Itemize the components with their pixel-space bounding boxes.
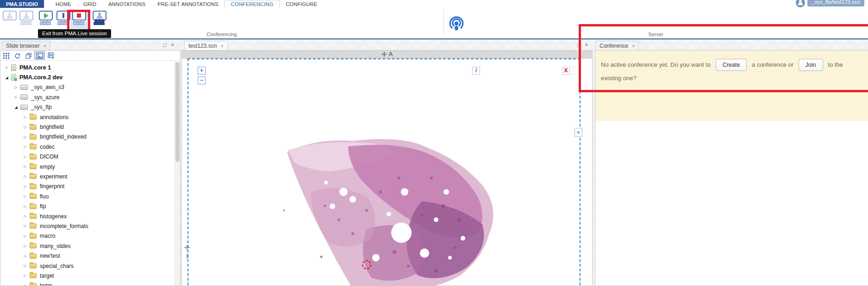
grid-view-button[interactable] bbox=[1, 51, 12, 60]
viewer-header: test123.scn× □× bbox=[181, 39, 593, 50]
expand-arrow-icon[interactable]: ▷ bbox=[3, 65, 10, 70]
maximize-icon[interactable]: □ bbox=[163, 42, 167, 48]
tree-item-new-test[interactable]: ▷new'test bbox=[0, 251, 175, 261]
drive-icon bbox=[20, 105, 28, 110]
join-conference-button[interactable]: Join bbox=[799, 59, 823, 71]
ribbon-toolbar: Conferencing Server bbox=[0, 8, 868, 39]
tree-item-brightfield[interactable]: ▷brightfield bbox=[0, 122, 175, 132]
expand-arrow-icon[interactable]: ▷ bbox=[22, 184, 29, 189]
tree-item-label: new'test bbox=[40, 253, 60, 259]
slide-path-badge[interactable]: _sys_ftp/test123.scn bbox=[807, 0, 864, 6]
pma-live-screen-share-button[interactable] bbox=[1, 11, 19, 32]
expand-arrow-icon[interactable]: ▷ bbox=[22, 284, 29, 286]
tree-item-fingerprint[interactable]: ▷fingerprint bbox=[0, 182, 175, 191]
tab-annotations[interactable]: ANNOTATIONS bbox=[102, 0, 151, 8]
collapse-arrow-icon[interactable]: ◢ bbox=[12, 105, 19, 109]
tree-item-dicom[interactable]: ▷DICOM bbox=[0, 152, 175, 162]
expand-arrow-icon[interactable]: ▷ bbox=[22, 214, 29, 218]
expand-arrow-icon[interactable]: ▷ bbox=[22, 165, 29, 169]
close-icon[interactable]: × bbox=[632, 43, 635, 49]
tree-item-label: histogenex bbox=[40, 213, 67, 220]
image-view-button[interactable] bbox=[34, 51, 45, 60]
expand-arrow-icon[interactable]: ▷ bbox=[12, 95, 19, 99]
tree-scrollbar[interactable] bbox=[175, 61, 180, 286]
tab-pre-set-annotations[interactable]: PRE-SET ANNOTATIONS bbox=[151, 0, 225, 8]
tree-item-experiment[interactable]: ▷experiment bbox=[0, 172, 175, 181]
folder-icon bbox=[30, 254, 37, 259]
maximize-icon[interactable]: □ bbox=[577, 42, 581, 48]
expand-arrow-icon[interactable]: ▷ bbox=[22, 155, 29, 159]
tree-item-histogenex[interactable]: ▷histogenex bbox=[0, 211, 175, 221]
close-icon[interactable]: × bbox=[220, 43, 223, 49]
viewer-tab-test123[interactable]: test123.scn× bbox=[184, 41, 228, 50]
tree-item-sys-aws-s3[interactable]: ▷_sys_aws_s3 bbox=[0, 83, 175, 92]
expand-arrow-icon[interactable]: ▷ bbox=[22, 194, 29, 198]
expand-arrow-icon[interactable]: ▷ bbox=[22, 264, 29, 268]
tab-home[interactable]: HOME bbox=[50, 0, 77, 8]
tree-item-codec[interactable]: ▷codec bbox=[0, 142, 175, 152]
expand-arrow-icon[interactable]: ▷ bbox=[22, 115, 29, 119]
close-icon[interactable]: × bbox=[171, 42, 174, 48]
conference-tab[interactable]: Conference× bbox=[595, 41, 639, 50]
tree-item-sys-ftp[interactable]: ◢_sys_ftp bbox=[0, 102, 175, 112]
expand-arrow-icon[interactable]: ▷ bbox=[22, 145, 29, 149]
tree-item-label: brightfield bbox=[40, 124, 64, 130]
expand-arrow-icon[interactable]: ▷ bbox=[22, 273, 29, 278]
folder-icon bbox=[30, 194, 37, 199]
close-icon[interactable]: × bbox=[585, 42, 588, 48]
tree-item-annotations[interactable]: ▷annotations bbox=[0, 112, 175, 122]
expand-arrow-icon[interactable]: ▷ bbox=[22, 234, 29, 238]
tree-item-pma-core-2-dev[interactable]: ◢PMA.core.2 dev bbox=[0, 72, 175, 82]
tree-item-empty[interactable]: ▷empty bbox=[0, 162, 175, 172]
slide-position-marker[interactable]: 1 bbox=[183, 244, 191, 260]
expand-arrow-icon[interactable]: ▷ bbox=[22, 125, 29, 129]
refresh-button[interactable] bbox=[12, 51, 23, 60]
pma-live-present-button[interactable] bbox=[18, 11, 35, 32]
tree-item-brightfield-indexed[interactable]: ▷brightfield_indexed bbox=[0, 132, 175, 142]
expand-arrow-icon[interactable]: ▷ bbox=[22, 224, 29, 228]
tree-item-target[interactable]: ▷target bbox=[0, 271, 175, 280]
expand-arrow-icon[interactable]: ▷ bbox=[22, 244, 29, 248]
expand-arrow-icon[interactable]: ▷ bbox=[12, 85, 19, 89]
slide-browser-tab[interactable]: Slide browser× bbox=[2, 41, 50, 50]
tree-view-button[interactable] bbox=[45, 51, 56, 60]
tree-item-label: brightfield_indexed bbox=[40, 133, 87, 140]
create-conference-button[interactable]: Create bbox=[716, 59, 747, 71]
close-icon[interactable]: × bbox=[44, 43, 46, 49]
expand-arrow-icon[interactable]: ▷ bbox=[22, 135, 29, 139]
tab-pma-studio[interactable]: PMA.STUDIO bbox=[0, 0, 44, 8]
tree-item-pma-core-1[interactable]: ▷PMA.core 1 bbox=[0, 63, 175, 72]
folder-icon bbox=[30, 214, 37, 219]
server-online-icon bbox=[11, 74, 16, 81]
info-button[interactable]: i bbox=[472, 67, 480, 75]
zoom-out-button[interactable]: − bbox=[198, 76, 206, 84]
tree-item-sys-azure[interactable]: ▷_sys_azure bbox=[0, 92, 175, 102]
tree-item-label: fingerprint bbox=[40, 183, 64, 190]
viewer-body: A bbox=[181, 50, 593, 286]
collapse-arrow-icon[interactable]: ◢ bbox=[3, 76, 10, 80]
tree-item-macro[interactable]: ▷macro bbox=[0, 231, 175, 241]
tree-item-label: _sys_azure bbox=[31, 94, 59, 101]
slide-image[interactable] bbox=[283, 136, 501, 286]
tree-item-special-chars[interactable]: ▷special_chars bbox=[0, 261, 175, 271]
tab-conferencing[interactable]: CONFERENCING bbox=[225, 0, 280, 8]
close-slide-button[interactable]: X bbox=[562, 67, 570, 75]
secondary-toggle-button[interactable] bbox=[573, 67, 581, 75]
tree-item-fluo[interactable]: ▷fluo bbox=[0, 191, 175, 201]
expand-arrow-icon[interactable]: ▷ bbox=[22, 174, 29, 178]
tab-configure[interactable]: CONFIGURE bbox=[280, 0, 323, 8]
expand-arrow-icon[interactable]: ▷ bbox=[22, 204, 29, 209]
copy-view-button[interactable] bbox=[23, 51, 34, 60]
collapse-panel-button[interactable]: « bbox=[575, 128, 582, 137]
viewer-overlay-label: A bbox=[389, 51, 393, 57]
tree-item-label: many_slides bbox=[40, 243, 71, 249]
zoom-in-button[interactable]: + bbox=[198, 67, 206, 75]
expand-arrow-icon[interactable]: ▷ bbox=[22, 254, 29, 258]
tree-item-ftp[interactable]: ▷ftp bbox=[0, 201, 175, 211]
tree-item-incomplete-formats[interactable]: ▷incomplete_formats bbox=[0, 221, 175, 231]
scrollbar-thumb[interactable] bbox=[175, 62, 180, 162]
tree-item-temp[interactable]: ▷temp bbox=[0, 281, 175, 286]
tree-item-many-slides[interactable]: ▷many_slides bbox=[0, 241, 175, 251]
tab-grid[interactable]: GRID bbox=[77, 0, 102, 8]
ribbon-tabs: HOMEGRIDANNOTATIONSPRE-SET ANNOTATIONSCO… bbox=[50, 0, 323, 8]
